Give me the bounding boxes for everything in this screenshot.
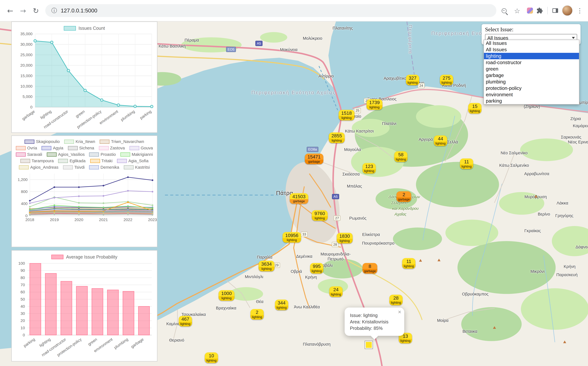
zoom-indicator-icon[interactable] — [502, 8, 506, 13]
site-info-icon[interactable]: ⓘ — [51, 7, 57, 14]
map-marker-lighting[interactable]: 1000lighting — [219, 290, 234, 301]
issue-option-lighting[interactable]: lighting — [484, 53, 579, 59]
legend-item-skagiopoulio[interactable]: Skagiopoulio — [25, 139, 60, 144]
road-shield: A5 — [255, 41, 263, 46]
legend-item-kria_itewn[interactable]: Kria_Itewn — [64, 139, 95, 144]
svg-text:2022: 2022 — [124, 217, 132, 222]
legend-item-saravali[interactable]: Saravali — [16, 152, 42, 157]
map-marker-lighting[interactable]: 58lighting — [394, 151, 407, 162]
svg-text:environment: environment — [99, 109, 119, 125]
reload-button[interactable]: ↻ — [30, 4, 42, 17]
map-marker-lighting[interactable]: 10956lighting — [283, 232, 301, 243]
legend-item-agia_sofia[interactable]: Agia_Sofia — [117, 159, 148, 163]
legend-item-agyia[interactable]: Agyia — [42, 146, 63, 150]
marker-count: 344 — [275, 300, 288, 306]
marker-count: 1000 — [219, 290, 234, 296]
map-marker-lighting[interactable]: 1518lighting — [339, 110, 354, 121]
legend-item-zastova[interactable]: Zastova — [99, 146, 125, 150]
issues-count-legend[interactable]: Issues Count — [12, 22, 157, 31]
map-marker-lighting[interactable]: 467lighting — [179, 316, 192, 327]
map-marker-lighting[interactable]: 2855lighting — [329, 132, 345, 143]
legend-swatch — [129, 146, 139, 150]
map-marker-lighting[interactable]: 11lighting — [402, 258, 415, 269]
issue-option-green[interactable]: green — [484, 66, 579, 72]
svg-text:lighting: lighting — [39, 109, 52, 120]
map-marker-garbage[interactable]: 15471garbage — [305, 153, 323, 164]
svg-text:2020: 2020 — [75, 217, 83, 222]
legend-item-tarampoura[interactable]: Tarampoura — [20, 159, 54, 163]
issue-option-environment[interactable]: environment — [484, 91, 579, 98]
map-marker-lighting[interactable]: 1830lighting — [337, 233, 352, 244]
menu-icon[interactable]: ⋮ — [576, 4, 584, 17]
popup-probability-line: Probability: 85% — [350, 325, 400, 332]
map-marker-lighting[interactable]: 28lighting — [389, 295, 403, 305]
legend-label: Kastritsi — [135, 165, 150, 169]
legend-item-sichena[interactable]: Sichena — [68, 146, 94, 150]
issue-option-parking[interactable]: parking — [484, 98, 579, 104]
issue-option-all-issues[interactable]: All Issues — [484, 46, 579, 53]
map-marker-lighting[interactable]: 10lighting — [205, 352, 218, 363]
profile-avatar[interactable] — [562, 5, 573, 16]
marker-issue-type: lighting — [460, 165, 473, 169]
extensions-puzzle-icon[interactable] — [536, 7, 543, 14]
map-marker-lighting[interactable]: 15lighting — [468, 103, 481, 114]
legend-item-ovria[interactable]: Ovria — [16, 146, 37, 150]
legend-item-eglikada[interactable]: Eglikada — [58, 159, 85, 163]
map-marker-lighting[interactable]: 11lighting — [460, 159, 473, 169]
map-marker-lighting[interactable]: 123lighting — [362, 163, 376, 174]
legend-label: Eglikada — [70, 159, 85, 163]
map-marker-garbage[interactable]: 41503garbage — [290, 193, 308, 204]
road-shield: 24 — [418, 83, 425, 88]
side-panel-icon[interactable] — [552, 7, 559, 14]
legend-label: Agia_Sofia — [128, 159, 148, 163]
legend-item-agios_vasilios[interactable]: Agios_Vasilios — [47, 152, 85, 157]
svg-text:green: green — [75, 109, 85, 119]
marker-issue-type: garbage — [397, 197, 411, 202]
map-marker-garbage[interactable]: 8garbage — [362, 263, 377, 274]
legend-item-issues-count[interactable]: Issues Count — [64, 26, 105, 31]
legend-item-triwn_navarchwn[interactable]: Triwn_Navarchwn — [100, 139, 144, 144]
marker-count: 123 — [362, 163, 376, 169]
bookmark-star-icon[interactable]: ☆ — [511, 4, 524, 17]
map-marker-lighting[interactable]: 1739lighting — [367, 99, 382, 110]
legend-item-demenika[interactable]: Demenika — [89, 165, 119, 169]
marker-issue-type: garbage — [362, 269, 377, 274]
map-viewport[interactable]: ΠλατανίτηςΜολύκρειοΠέραμαΚάτω ΒασιλικήΜα… — [0, 22, 588, 366]
map-marker-lighting[interactable]: 9760lighting — [312, 210, 328, 221]
map-marker-garbage[interactable]: 2garbage — [397, 191, 411, 202]
svg-text:lighting: lighting — [38, 337, 51, 348]
address-bar[interactable]: ⓘ 127.0.0.1:5000 — [45, 4, 496, 17]
forward-button[interactable]: → — [17, 4, 30, 17]
issue-option-plumbing[interactable]: plumbing — [484, 78, 579, 85]
probability-legend[interactable]: Average Issue Probability — [12, 251, 157, 260]
extension-shortcut-icon[interactable] — [527, 8, 533, 14]
legend-item-average-issue-probability[interactable]: Average Issue Probability — [51, 254, 117, 260]
legend-item-tritaki[interactable]: Tritaki — [90, 159, 113, 163]
legend-item-tsivdi[interactable]: Tsivdi — [63, 165, 84, 169]
svg-text:2019: 2019 — [50, 217, 59, 222]
selected-point-marker[interactable] — [365, 341, 373, 349]
legend-item-makrigianni[interactable]: Makrigianni — [120, 152, 153, 157]
issue-option-protection-policy[interactable]: protection-policy — [484, 85, 579, 92]
back-button[interactable]: ← — [4, 4, 17, 17]
legend-item-proastio[interactable]: Proastio — [89, 152, 116, 157]
legend-item-agios_andreas[interactable]: Agios_Andreas — [19, 165, 58, 169]
legend-item-gouva[interactable]: Gouva — [129, 146, 153, 150]
map-marker-lighting[interactable]: 2lighting — [251, 309, 264, 320]
marker-issue-type: lighting — [402, 264, 415, 269]
map-marker-lighting[interactable]: 995lighting — [310, 263, 323, 274]
peak-icon — [563, 341, 566, 343]
map-marker-lighting[interactable]: 344lighting — [275, 300, 288, 310]
map-marker-lighting[interactable]: 327lighting — [406, 75, 419, 85]
issue-option-garbage[interactable]: garbage — [484, 72, 579, 78]
map-marker-lighting[interactable]: 44lighting — [434, 135, 447, 146]
marker-issue-type: lighting — [205, 358, 218, 363]
map-marker-lighting[interactable]: 3634lighting — [259, 261, 275, 271]
svg-text:parking: parking — [23, 337, 36, 348]
issue-option-all-issues[interactable]: All Issues — [484, 40, 579, 46]
map-marker-lighting[interactable]: 24lighting — [329, 286, 343, 297]
map-marker-lighting[interactable]: 275lighting — [440, 75, 453, 85]
popup-close-icon[interactable]: × — [398, 309, 401, 315]
legend-item-kastritsi[interactable]: Kastritsi — [124, 165, 150, 169]
issue-option-road-constructor[interactable]: road-constructor — [484, 59, 579, 66]
